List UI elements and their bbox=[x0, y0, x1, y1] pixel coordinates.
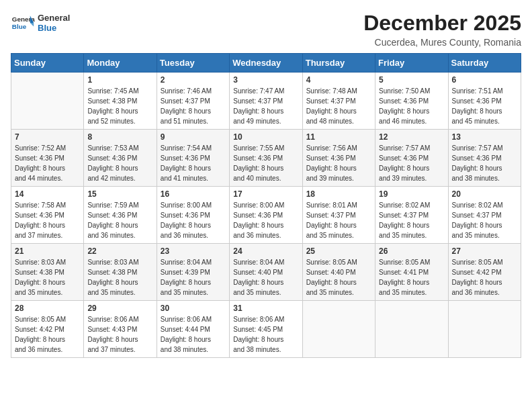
day-info: Sunrise: 7:46 AM Sunset: 4:37 PM Dayligh… bbox=[161, 86, 226, 126]
day-info: Sunrise: 8:04 AM Sunset: 4:40 PM Dayligh… bbox=[233, 257, 298, 298]
day-number: 3 bbox=[233, 75, 298, 85]
day-cell: 26Sunrise: 8:05 AM Sunset: 4:41 PM Dayli… bbox=[375, 244, 448, 301]
day-cell: 5Sunrise: 7:50 AM Sunset: 4:36 PM Daylig… bbox=[375, 73, 448, 130]
day-info: Sunrise: 7:57 AM Sunset: 4:36 PM Dayligh… bbox=[379, 143, 444, 183]
day-cell: 17Sunrise: 8:00 AM Sunset: 4:36 PM Dayli… bbox=[230, 187, 302, 244]
day-info: Sunrise: 7:51 AM Sunset: 4:36 PM Dayligh… bbox=[452, 86, 517, 126]
logo-general-text: General bbox=[38, 13, 70, 23]
weekday-header-friday: Friday bbox=[375, 54, 448, 73]
day-number: 25 bbox=[306, 246, 371, 256]
day-info: Sunrise: 8:05 AM Sunset: 4:40 PM Dayligh… bbox=[306, 257, 371, 298]
calendar-table: SundayMondayTuesdayWednesdayThursdayFrid… bbox=[11, 53, 521, 358]
day-cell: 24Sunrise: 8:04 AM Sunset: 4:40 PM Dayli… bbox=[230, 244, 302, 301]
day-info: Sunrise: 7:55 AM Sunset: 4:36 PM Dayligh… bbox=[233, 143, 298, 183]
day-cell: 9Sunrise: 7:54 AM Sunset: 4:36 PM Daylig… bbox=[157, 130, 229, 187]
title-area: December 2025 Cucerdea, Mures County, Ro… bbox=[363, 11, 521, 48]
day-info: Sunrise: 8:02 AM Sunset: 4:37 PM Dayligh… bbox=[379, 200, 444, 240]
day-number: 31 bbox=[233, 304, 298, 313]
day-cell: 19Sunrise: 8:02 AM Sunset: 4:37 PM Dayli… bbox=[375, 187, 448, 244]
day-info: Sunrise: 7:58 AM Sunset: 4:36 PM Dayligh… bbox=[15, 200, 80, 240]
day-number: 4 bbox=[306, 75, 371, 85]
day-cell: 11Sunrise: 7:56 AM Sunset: 4:36 PM Dayli… bbox=[302, 130, 375, 187]
day-info: Sunrise: 8:05 AM Sunset: 4:41 PM Dayligh… bbox=[379, 257, 444, 298]
day-number: 12 bbox=[379, 132, 444, 142]
day-number: 14 bbox=[15, 189, 80, 199]
day-info: Sunrise: 7:50 AM Sunset: 4:36 PM Dayligh… bbox=[379, 86, 444, 126]
day-cell: 29Sunrise: 8:06 AM Sunset: 4:43 PM Dayli… bbox=[84, 301, 157, 358]
day-number: 6 bbox=[452, 75, 517, 85]
day-cell bbox=[375, 301, 448, 358]
day-cell: 22Sunrise: 8:03 AM Sunset: 4:38 PM Dayli… bbox=[84, 244, 157, 301]
weekday-header-row: SundayMondayTuesdayWednesdayThursdayFrid… bbox=[11, 54, 521, 73]
day-number: 15 bbox=[87, 189, 152, 199]
week-row-1: 1Sunrise: 7:45 AM Sunset: 4:38 PM Daylig… bbox=[11, 73, 521, 130]
day-cell: 23Sunrise: 8:04 AM Sunset: 4:39 PM Dayli… bbox=[157, 244, 229, 301]
day-cell: 25Sunrise: 8:05 AM Sunset: 4:40 PM Dayli… bbox=[302, 244, 375, 301]
logo-icon: General Blue bbox=[11, 11, 35, 35]
day-info: Sunrise: 8:00 AM Sunset: 4:36 PM Dayligh… bbox=[233, 200, 298, 240]
day-cell: 27Sunrise: 8:05 AM Sunset: 4:42 PM Dayli… bbox=[448, 244, 521, 301]
day-cell bbox=[302, 301, 375, 358]
day-cell: 12Sunrise: 7:57 AM Sunset: 4:36 PM Dayli… bbox=[375, 130, 448, 187]
weekday-header-saturday: Saturday bbox=[448, 54, 521, 73]
day-info: Sunrise: 7:54 AM Sunset: 4:36 PM Dayligh… bbox=[161, 143, 226, 183]
day-info: Sunrise: 7:47 AM Sunset: 4:37 PM Dayligh… bbox=[233, 86, 298, 126]
day-info: Sunrise: 7:52 AM Sunset: 4:36 PM Dayligh… bbox=[15, 143, 80, 183]
weekday-header-sunday: Sunday bbox=[11, 54, 84, 73]
day-cell: 8Sunrise: 7:53 AM Sunset: 4:36 PM Daylig… bbox=[84, 130, 157, 187]
day-info: Sunrise: 8:03 AM Sunset: 4:38 PM Dayligh… bbox=[87, 257, 152, 298]
day-number: 21 bbox=[15, 246, 80, 256]
day-number: 27 bbox=[452, 246, 517, 256]
day-info: Sunrise: 7:57 AM Sunset: 4:36 PM Dayligh… bbox=[452, 143, 517, 183]
month-title: December 2025 bbox=[363, 11, 521, 36]
day-number: 2 bbox=[161, 75, 226, 85]
week-row-2: 7Sunrise: 7:52 AM Sunset: 4:36 PM Daylig… bbox=[11, 130, 521, 187]
day-number: 10 bbox=[233, 132, 298, 142]
day-cell: 13Sunrise: 7:57 AM Sunset: 4:36 PM Dayli… bbox=[448, 130, 521, 187]
svg-text:Blue: Blue bbox=[12, 23, 27, 30]
day-number: 8 bbox=[87, 132, 152, 142]
day-cell: 28Sunrise: 8:05 AM Sunset: 4:42 PM Dayli… bbox=[11, 301, 84, 358]
day-number: 28 bbox=[15, 304, 80, 313]
day-number: 26 bbox=[379, 246, 444, 256]
day-info: Sunrise: 8:04 AM Sunset: 4:39 PM Dayligh… bbox=[161, 257, 226, 298]
svg-marker-3 bbox=[30, 23, 34, 26]
weekday-header-tuesday: Tuesday bbox=[157, 54, 229, 73]
weekday-header-thursday: Thursday bbox=[302, 54, 375, 73]
day-info: Sunrise: 8:06 AM Sunset: 4:43 PM Dayligh… bbox=[87, 314, 152, 355]
day-info: Sunrise: 7:45 AM Sunset: 4:38 PM Dayligh… bbox=[87, 86, 152, 126]
day-cell: 30Sunrise: 8:06 AM Sunset: 4:44 PM Dayli… bbox=[157, 301, 229, 358]
day-cell: 6Sunrise: 7:51 AM Sunset: 4:36 PM Daylig… bbox=[448, 73, 521, 130]
logo-blue-text: Blue bbox=[38, 23, 70, 33]
day-info: Sunrise: 8:02 AM Sunset: 4:37 PM Dayligh… bbox=[452, 200, 517, 240]
day-number: 16 bbox=[161, 189, 226, 199]
week-row-5: 28Sunrise: 8:05 AM Sunset: 4:42 PM Dayli… bbox=[11, 301, 521, 358]
day-cell: 2Sunrise: 7:46 AM Sunset: 4:37 PM Daylig… bbox=[157, 73, 229, 130]
day-number: 18 bbox=[306, 189, 371, 199]
day-number: 22 bbox=[87, 246, 152, 256]
day-info: Sunrise: 7:48 AM Sunset: 4:37 PM Dayligh… bbox=[306, 86, 371, 126]
day-cell: 3Sunrise: 7:47 AM Sunset: 4:37 PM Daylig… bbox=[230, 73, 302, 130]
day-info: Sunrise: 8:05 AM Sunset: 4:42 PM Dayligh… bbox=[452, 257, 517, 298]
day-info: Sunrise: 7:53 AM Sunset: 4:36 PM Dayligh… bbox=[87, 143, 152, 183]
weekday-header-monday: Monday bbox=[84, 54, 157, 73]
day-info: Sunrise: 7:56 AM Sunset: 4:36 PM Dayligh… bbox=[306, 143, 371, 183]
day-number: 9 bbox=[161, 132, 226, 142]
day-info: Sunrise: 7:59 AM Sunset: 4:36 PM Dayligh… bbox=[87, 200, 152, 240]
day-cell: 31Sunrise: 8:06 AM Sunset: 4:45 PM Dayli… bbox=[230, 301, 302, 358]
day-cell: 21Sunrise: 8:03 AM Sunset: 4:38 PM Dayli… bbox=[11, 244, 84, 301]
logo: General Blue General Blue bbox=[11, 11, 70, 35]
day-info: Sunrise: 8:03 AM Sunset: 4:38 PM Dayligh… bbox=[15, 257, 80, 298]
day-number: 11 bbox=[306, 132, 371, 142]
day-number: 13 bbox=[452, 132, 517, 142]
day-cell: 1Sunrise: 7:45 AM Sunset: 4:38 PM Daylig… bbox=[84, 73, 157, 130]
day-number: 5 bbox=[379, 75, 444, 85]
day-number: 19 bbox=[379, 189, 444, 199]
page-header: General Blue General Blue December 2025 … bbox=[11, 11, 521, 48]
day-cell: 18Sunrise: 8:01 AM Sunset: 4:37 PM Dayli… bbox=[302, 187, 375, 244]
day-info: Sunrise: 8:05 AM Sunset: 4:42 PM Dayligh… bbox=[15, 314, 80, 355]
day-number: 29 bbox=[87, 304, 152, 313]
day-cell: 14Sunrise: 7:58 AM Sunset: 4:36 PM Dayli… bbox=[11, 187, 84, 244]
weekday-header-wednesday: Wednesday bbox=[230, 54, 302, 73]
week-row-3: 14Sunrise: 7:58 AM Sunset: 4:36 PM Dayli… bbox=[11, 187, 521, 244]
